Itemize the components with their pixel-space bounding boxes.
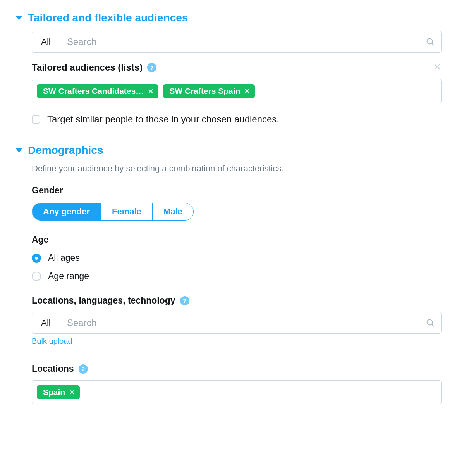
demographics-title: Demographics [28,144,103,157]
locations-chips[interactable]: Spain [32,380,442,404]
help-icon[interactable]: ? [147,63,156,72]
demographics-section: Demographics Define your audience by sel… [15,144,442,404]
chip-label: SW Crafters Spain [169,86,240,96]
age-radio-range[interactable] [32,272,41,281]
gender-option-female[interactable]: Female [101,203,153,220]
chip-remove-icon[interactable] [244,88,250,94]
help-icon[interactable]: ? [180,296,189,305]
similar-people-checkbox[interactable] [32,115,40,124]
audiences-section: Tailored and flexible audiences All Tail… [15,12,442,125]
gender-subsection: Gender Any gender Female Male [32,185,442,221]
age-radio-all-label: All ages [48,253,80,263]
audiences-search-row: All [32,31,442,53]
age-option-all-row: All ages [32,253,442,263]
chip-label: Spain [43,388,65,397]
search-icon[interactable] [419,31,441,52]
age-radio-range-label: Age range [48,271,89,281]
locations-label-text: Locations [32,364,74,374]
audience-chip: SW Crafters Spain [163,84,255,98]
demographics-subtitle: Define your audience by selecting a comb… [32,164,442,174]
tailored-audiences-chips[interactable]: SW Crafters Candidates… SW Crafters Spai… [32,79,442,103]
llt-search-row: All [32,312,442,334]
age-option-range-row: Age range [32,271,442,281]
llt-label-text: Locations, languages, technology [32,295,175,306]
location-chip: Spain [37,385,80,399]
similar-people-row: Target similar people to those in your c… [32,114,442,125]
svg-point-8 [427,320,433,325]
chip-remove-icon[interactable] [148,88,154,94]
similar-people-label: Target similar people to those in your c… [47,114,279,125]
audience-chip: SW Crafters Candidates… [37,84,158,98]
gender-option-male[interactable]: Male [153,203,193,220]
svg-point-0 [427,39,433,44]
search-icon[interactable] [419,312,441,333]
age-label: Age [32,235,442,245]
tailored-audiences-label-text: Tailored audiences (lists) [32,62,143,73]
locations-label: Locations ? [32,364,442,374]
audiences-header[interactable]: Tailored and flexible audiences [15,12,442,24]
caret-down-icon [15,148,22,153]
audiences-search-input[interactable] [60,31,419,52]
locations-subsection: Locations ? Spain [32,364,442,404]
age-subsection: Age All ages Age range [32,235,442,281]
tailored-audiences-label: Tailored audiences (lists) ? [32,62,156,73]
gender-pill-group: Any gender Female Male [32,203,194,221]
demographics-header[interactable]: Demographics [15,144,442,157]
chip-remove-icon[interactable] [69,389,75,395]
caret-down-icon [15,16,22,20]
llt-search-filter[interactable]: All [32,312,60,333]
tailored-audiences-label-row: Tailored audiences (lists) ? [32,62,442,73]
close-icon[interactable] [433,62,442,72]
age-radio-all[interactable] [32,254,41,263]
audiences-search-filter[interactable]: All [32,31,60,52]
svg-line-9 [432,324,434,326]
llt-subsection: Locations, languages, technology ? All B… [32,295,442,357]
bulk-upload-link[interactable]: Bulk upload [32,337,72,346]
gender-label: Gender [32,185,442,196]
llt-label: Locations, languages, technology ? [32,295,442,306]
audiences-title: Tailored and flexible audiences [28,12,188,24]
help-icon[interactable]: ? [79,364,88,374]
chip-label: SW Crafters Candidates… [43,86,144,96]
gender-option-any[interactable]: Any gender [32,203,101,220]
llt-search-input[interactable] [60,312,419,333]
svg-line-1 [432,43,434,45]
